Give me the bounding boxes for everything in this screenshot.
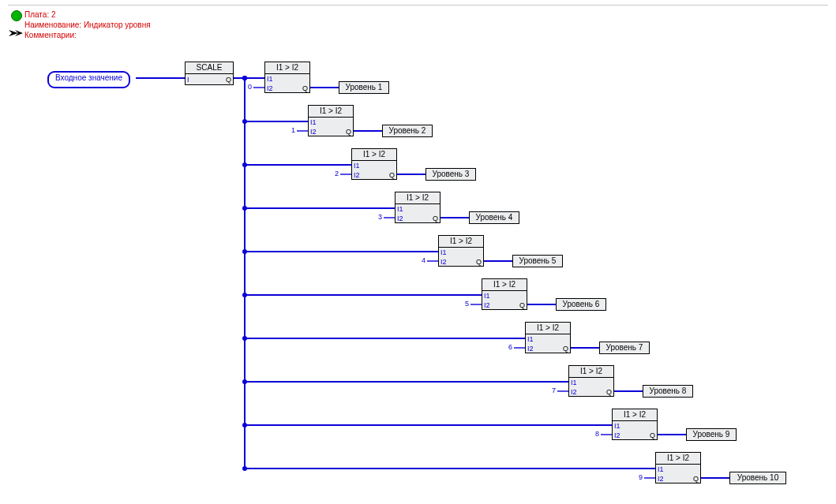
comparator-title: I1 > I2 — [309, 106, 353, 118]
comparator-block[interactable]: I1 > I2I1I2Q — [351, 148, 397, 180]
svg-point-23 — [242, 249, 247, 254]
pin-q: Q — [346, 127, 351, 136]
pin-i1: I1 — [484, 291, 490, 301]
pin-q: Q — [476, 257, 482, 267]
pin-i2: I2 — [354, 170, 360, 180]
pin-q: Q — [606, 387, 612, 397]
comparator-title: I1 > I2 — [526, 323, 570, 334]
pin-i2: I2 — [527, 344, 534, 353]
comparator-block[interactable]: I1 > I2I1I2Q — [568, 365, 614, 397]
comparator-title: I1 > I2 — [265, 62, 309, 74]
output-tag[interactable]: Уровень 3 — [425, 168, 476, 181]
comparator-title: I1 > I2 — [656, 453, 700, 465]
comparator-block[interactable]: I1 > I2I1I2Q — [438, 235, 484, 267]
header-comments: Комментарии: — [24, 30, 151, 40]
pin-q: Q — [693, 474, 699, 483]
status-led-icon — [11, 10, 22, 21]
i2-constant: 5 — [461, 300, 469, 308]
output-tag[interactable]: Уровень 7 — [599, 342, 650, 354]
pin-i1: I1 — [571, 378, 577, 387]
svg-point-19 — [242, 206, 247, 211]
comparator-block[interactable]: I1 > I2I1I2Q — [525, 322, 571, 353]
comparator-title: I1 > I2 — [439, 236, 483, 248]
output-tag[interactable]: Уровень 8 — [643, 385, 693, 398]
pin-i1: I1 — [354, 161, 360, 170]
pin-i1: I1 — [267, 74, 273, 84]
pin-i2: I2 — [571, 387, 577, 397]
i2-constant: 7 — [548, 386, 556, 394]
svg-point-11 — [242, 119, 247, 124]
pin-i1: I1 — [527, 334, 534, 344]
comparator-block[interactable]: I1 > I2I1I2Q — [264, 62, 310, 93]
svg-point-31 — [242, 336, 247, 341]
pin-q: Q — [563, 344, 568, 353]
pin-i2: I2 — [267, 84, 273, 93]
comparator-title: I1 > I2 — [569, 366, 613, 378]
diagram-canvas: { "header": { "plate": "Плата: 2", "name… — [0, 0, 836, 504]
svg-point-39 — [242, 423, 247, 427]
output-tag[interactable]: Уровень 6 — [556, 298, 606, 311]
comparator-block[interactable]: I1 > I2I1I2Q — [395, 192, 440, 223]
i2-constant: 4 — [418, 256, 425, 264]
svg-point-35 — [242, 379, 247, 384]
svg-point-7 — [242, 76, 247, 80]
output-tag[interactable]: Уровень 2 — [382, 125, 433, 137]
header-plate: Плата: 2 — [24, 9, 151, 20]
pin-i1: I1 — [658, 465, 664, 474]
header-info: Плата: 2 Наименование: Индикатор уровня … — [24, 9, 151, 40]
i2-constant: 3 — [374, 213, 382, 221]
pin-i1: I1 — [397, 204, 403, 214]
i2-constant: 9 — [635, 473, 643, 481]
output-tag[interactable]: Уровень 5 — [512, 255, 563, 267]
comparator-block[interactable]: I1 > I2I1I2Q — [308, 105, 354, 136]
i2-constant: 0 — [244, 83, 252, 91]
pin-q: Q — [302, 84, 308, 93]
pin-i1: I1 — [440, 248, 447, 257]
output-tag[interactable]: Уровень 9 — [686, 428, 737, 441]
scale-pin-i: I — [187, 75, 189, 84]
svg-point-5 — [242, 76, 247, 80]
comparator-block[interactable]: I1 > I2I1I2Q — [655, 452, 701, 483]
pin-i2: I2 — [440, 257, 447, 267]
pin-i1: I1 — [310, 118, 317, 127]
pin-i2: I2 — [397, 214, 403, 223]
comparator-block[interactable]: I1 > I2I1I2Q — [482, 278, 527, 310]
pin-i1: I1 — [614, 421, 620, 431]
scale-title: SCALE — [186, 62, 233, 74]
input-node[interactable]: Входное значение — [47, 71, 130, 88]
i2-constant: 2 — [331, 170, 339, 177]
pin-q: Q — [433, 214, 438, 223]
output-tag[interactable]: Уровень 4 — [469, 211, 519, 224]
header-name: Наименование: Индикатор уровня — [24, 20, 151, 30]
svg-point-15 — [242, 162, 247, 167]
scale-block[interactable]: SCALE I Q — [185, 62, 234, 85]
svg-point-43 — [242, 466, 247, 471]
i2-constant: 1 — [287, 126, 295, 134]
scale-pin-q: Q — [226, 75, 231, 84]
output-tag[interactable]: Уровень 10 — [729, 472, 786, 484]
comparator-title: I1 > I2 — [352, 149, 396, 161]
arrow-icon — [9, 28, 23, 38]
i2-constant: 8 — [591, 430, 599, 438]
output-tag[interactable]: Уровень 1 — [339, 81, 389, 94]
svg-point-27 — [242, 293, 247, 297]
comparator-title: I1 > I2 — [396, 192, 440, 204]
comparator-title: I1 > I2 — [613, 409, 657, 421]
pin-i2: I2 — [310, 127, 317, 136]
comparator-block[interactable]: I1 > I2I1I2Q — [612, 409, 658, 440]
pin-q: Q — [650, 431, 655, 440]
pin-i2: I2 — [614, 431, 620, 440]
pin-q: Q — [519, 301, 525, 310]
pin-q: Q — [389, 170, 395, 180]
i2-constant: 6 — [504, 343, 512, 351]
comparator-title: I1 > I2 — [482, 279, 527, 291]
panel-divider — [8, 5, 828, 6]
pin-i2: I2 — [484, 301, 490, 310]
pin-i2: I2 — [658, 474, 664, 483]
